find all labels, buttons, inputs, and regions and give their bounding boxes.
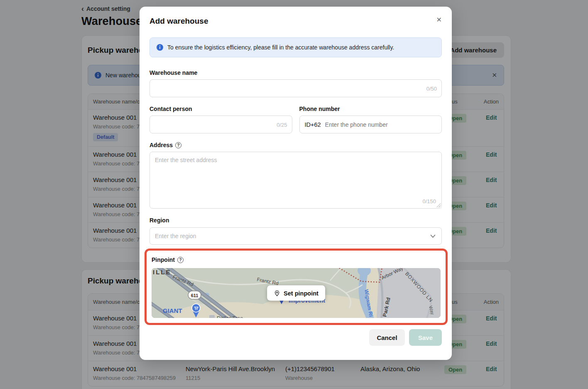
contact-person-label: Contact person: [149, 106, 292, 112]
address-counter: 0/150: [422, 198, 436, 204]
pinpoint-help-icon[interactable]: ?: [177, 257, 184, 263]
modal-close-icon[interactable]: ✕: [436, 17, 442, 23]
save-button[interactable]: Save: [409, 329, 442, 346]
address-help-icon[interactable]: ?: [175, 142, 181, 148]
region-placeholder: Enter the region: [155, 233, 430, 239]
warehouse-name-label: Warehouse name: [149, 69, 442, 76]
pinpoint-label: Pinpoint ?: [152, 256, 441, 263]
set-pinpoint-label: Set pinpoint: [284, 290, 318, 296]
pin-icon: [274, 290, 280, 296]
info-icon: [157, 44, 163, 51]
contact-person-input[interactable]: [149, 116, 292, 133]
chevron-down-icon: [430, 234, 436, 238]
map-label-route-611: 611: [191, 293, 198, 298]
modal-title: Add warehouse: [149, 17, 208, 26]
pinpoint-map[interactable]: 611 ILLE Frantz Rd Frantz Rd GIANT Dolla…: [152, 268, 441, 318]
phone-number-label: Phone number: [299, 106, 442, 112]
map-label-giant: GIANT: [163, 307, 182, 314]
cancel-button[interactable]: Cancel: [369, 329, 405, 346]
region-select[interactable]: Enter the region: [149, 227, 442, 245]
region-label: Region: [149, 217, 442, 224]
address-textarea[interactable]: [149, 152, 442, 209]
map-label-dollar-tree: Dollar Tree: [217, 315, 243, 318]
warehouse-name-input[interactable]: [149, 79, 442, 97]
modal-notice-banner: To ensure the logistics efficiency, plea…: [149, 37, 442, 57]
phone-number-field: ID+62: [299, 116, 442, 133]
set-pinpoint-button[interactable]: Set pinpoint: [267, 286, 325, 301]
pinpoint-highlight-box: Pinpoint ?: [145, 249, 448, 325]
phone-country-prefix[interactable]: ID+62: [305, 121, 321, 128]
contact-person-counter: 0/25: [277, 121, 287, 128]
notice-text: To ensure the logistics efficiency, plea…: [167, 44, 394, 51]
warehouse-name-counter: 0/50: [426, 85, 437, 91]
add-warehouse-modal: Add warehouse ✕ To ensure the logistics …: [140, 7, 452, 360]
map-label-town: ILLE: [153, 268, 172, 276]
phone-number-input[interactable]: [325, 121, 436, 128]
address-label: Address ?: [149, 142, 442, 148]
